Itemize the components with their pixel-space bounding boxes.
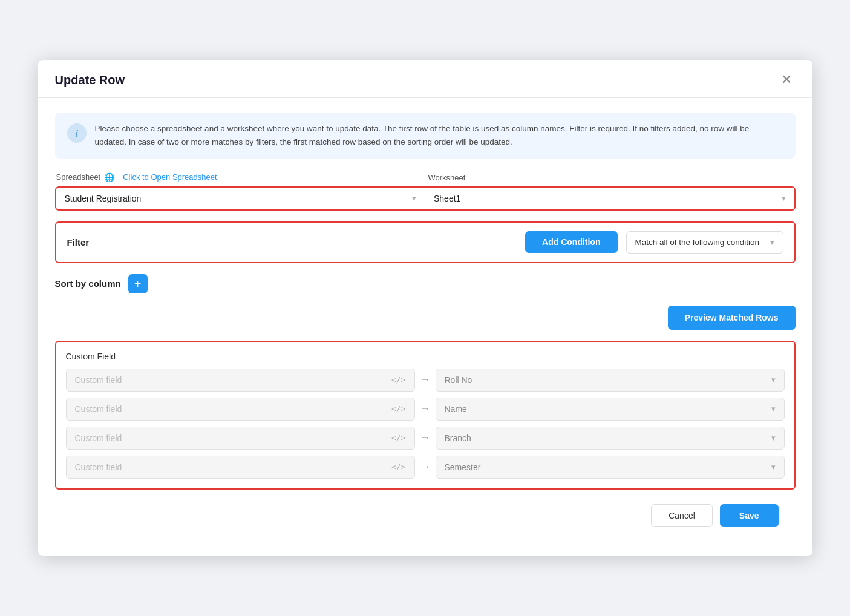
code-icon-1: </> — [391, 375, 405, 384]
target-chevron-icon-1: ▾ — [771, 375, 776, 384]
sort-label: Sort by column — [55, 278, 121, 289]
modal-container: Update Row ✕ i Please choose a spreadshe… — [38, 60, 812, 555]
custom-field-row-2: Custom field </> → Name ▾ — [66, 398, 785, 421]
spreadsheet-label: Spreadsheet — [56, 172, 101, 182]
target-chevron-icon-3: ▾ — [771, 433, 776, 442]
open-spreadsheet-link[interactable]: Click to Open Spreadsheet — [123, 172, 217, 182]
custom-field-input-4[interactable]: Custom field </> — [66, 456, 415, 479]
cancel-button[interactable]: Cancel — [651, 504, 713, 527]
globe-icon: 🌐 — [104, 172, 114, 182]
spreadsheet-select[interactable]: Student Registration ▾ — [56, 188, 426, 209]
match-condition-label: Match all of the following condition — [635, 238, 760, 247]
custom-field-title: Custom Field — [66, 352, 785, 361]
info-box: i Please choose a spreadsheet and a work… — [55, 113, 796, 158]
custom-field-input-1[interactable]: Custom field </> — [66, 369, 415, 392]
save-button[interactable]: Save — [720, 504, 779, 527]
custom-field-input-3[interactable]: Custom field </> — [66, 427, 415, 450]
custom-field-input-2[interactable]: Custom field </> — [66, 398, 415, 421]
code-icon-3: </> — [391, 433, 405, 442]
add-condition-button[interactable]: Add Condition — [525, 231, 617, 253]
target-chevron-icon-2: ▾ — [771, 404, 776, 413]
worksheet-select[interactable]: Sheet1 ▾ — [425, 188, 794, 209]
preview-matched-rows-button[interactable]: Preview Matched Rows — [668, 306, 796, 330]
worksheet-chevron-icon: ▾ — [782, 194, 786, 203]
modal-body: i Please choose a spreadsheet and a work… — [38, 98, 812, 541]
info-icon: i — [67, 123, 87, 143]
filter-section: Filter Add Condition Match all of the fo… — [55, 221, 796, 263]
info-text: Please choose a spreadsheet and a worksh… — [95, 122, 783, 148]
custom-field-target-select-2[interactable]: Name ▾ — [436, 398, 785, 421]
spreadsheet-value: Student Registration — [65, 194, 142, 203]
custom-field-target-3: Branch — [445, 433, 471, 443]
arrow-icon-1: → — [420, 373, 431, 386]
custom-field-section: Custom Field Custom field </> → Roll No … — [55, 341, 796, 490]
worksheet-value: Sheet1 — [434, 194, 460, 203]
custom-field-target-select-3[interactable]: Branch ▾ — [436, 427, 785, 450]
worksheet-label: Worksheet — [428, 173, 466, 182]
modal-header: Update Row ✕ — [38, 60, 812, 98]
match-condition-select[interactable]: Match all of the following condition ▾ — [626, 231, 783, 254]
arrow-icon-4: → — [420, 460, 431, 473]
match-condition-chevron-icon: ▾ — [770, 238, 774, 247]
add-sort-button[interactable]: + — [128, 274, 148, 293]
filter-label: Filter — [67, 237, 90, 247]
custom-field-row-1: Custom field </> → Roll No ▾ — [66, 369, 785, 392]
custom-field-placeholder-2: Custom field — [75, 404, 122, 414]
code-icon-2: </> — [391, 404, 405, 413]
arrow-icon-3: → — [420, 431, 431, 444]
close-button[interactable]: ✕ — [777, 72, 796, 88]
custom-field-target-select-4[interactable]: Semester ▾ — [436, 456, 785, 479]
target-chevron-icon-4: ▾ — [771, 462, 776, 471]
spreadsheet-worksheet-row: Student Registration ▾ Sheet1 ▾ — [55, 186, 796, 211]
custom-field-placeholder-4: Custom field — [75, 462, 122, 472]
custom-field-target-2: Name — [445, 404, 467, 414]
custom-field-placeholder-3: Custom field — [75, 433, 122, 443]
custom-field-row-3: Custom field </> → Branch ▾ — [66, 427, 785, 450]
sort-row: Sort by column + — [55, 274, 796, 293]
modal-title: Update Row — [55, 73, 125, 87]
preview-row: Preview Matched Rows — [55, 306, 796, 330]
code-icon-4: </> — [391, 462, 405, 471]
arrow-icon-2: → — [420, 402, 431, 415]
custom-field-placeholder-1: Custom field — [75, 375, 122, 385]
custom-field-row-4: Custom field </> → Semester ▾ — [66, 456, 785, 479]
spreadsheet-chevron-icon: ▾ — [412, 194, 416, 203]
footer-row: Cancel Save — [55, 504, 796, 527]
custom-field-target-4: Semester — [445, 462, 481, 472]
custom-field-target-select-1[interactable]: Roll No ▾ — [436, 369, 785, 392]
custom-field-target-1: Roll No — [445, 375, 472, 385]
